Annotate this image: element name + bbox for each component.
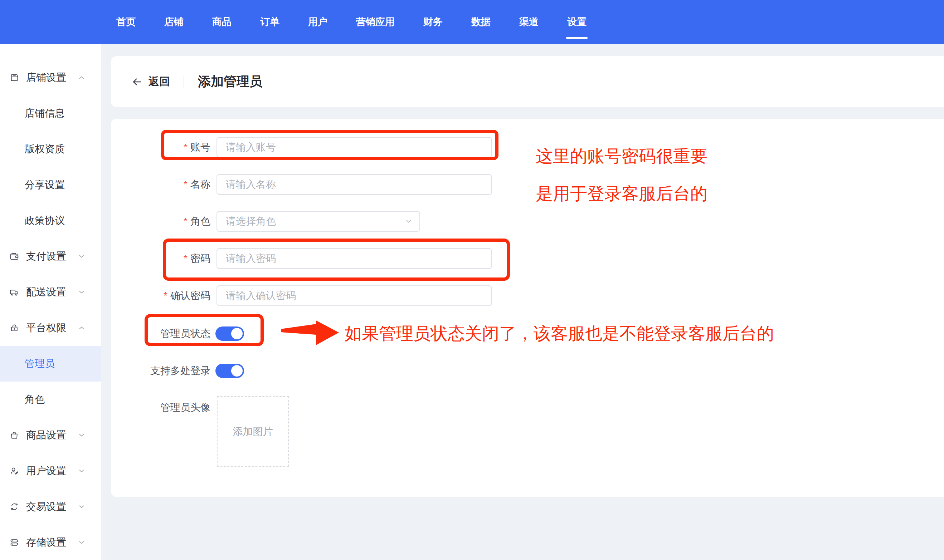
shop-icon <box>9 72 19 83</box>
back-button[interactable]: 返回 <box>131 74 170 89</box>
sidebar-item-shop-info[interactable]: 店铺信息 <box>0 95 101 131</box>
nav-item-settings[interactable]: 设置 <box>567 0 586 44</box>
toggle-knob <box>231 328 243 339</box>
avatar-upload-box[interactable]: 添加图片 <box>217 396 289 467</box>
sidebar-item-delivery-settings[interactable]: 配送设置 <box>0 274 101 310</box>
truck-icon <box>9 287 19 297</box>
sidebar-item-share-settings[interactable]: 分享设置 <box>0 167 101 203</box>
storage-icon <box>9 537 19 548</box>
password-input[interactable] <box>216 248 492 269</box>
nav-item-user[interactable]: 用户 <box>308 0 327 44</box>
bag-icon <box>9 430 19 440</box>
add-admin-form-card: *账号 *名称 *角色 请选择角色 *密码 *确认密码 管理员状态 支持多处登录… <box>111 119 944 497</box>
nav-item-order[interactable]: 订单 <box>260 0 279 44</box>
sidebar-item-role[interactable]: 角色 <box>0 382 101 417</box>
sidebar: 店铺设置 店铺信息 版权资质 分享设置 政策协议 支付设置 配送设置 <box>0 44 101 560</box>
chevron-up-icon <box>77 324 86 332</box>
chevron-down-icon <box>77 502 86 511</box>
sidebar-item-copyright[interactable]: 版权资质 <box>0 131 101 167</box>
confirm-password-input[interactable] <box>216 285 492 306</box>
chevron-down-icon <box>77 431 86 440</box>
nav-item-product[interactable]: 商品 <box>212 0 231 44</box>
nav-item-channel[interactable]: 渠道 <box>519 0 538 44</box>
role-label: *角色 <box>111 211 210 232</box>
chevron-down-icon <box>77 288 86 297</box>
wallet-icon <box>9 251 19 262</box>
user-edit-icon <box>9 466 19 476</box>
admin-status-label: 管理员状态 <box>111 326 210 341</box>
nav-item-data[interactable]: 数据 <box>471 0 491 44</box>
name-label: *名称 <box>111 174 210 195</box>
nav-item-home[interactable]: 首页 <box>116 0 136 44</box>
sidebar-item-policy[interactable]: 政策协议 <box>0 203 101 238</box>
page-header-card: 返回 添加管理员 <box>111 56 944 107</box>
chevron-down-icon <box>404 217 413 226</box>
chevron-down-icon <box>77 538 86 547</box>
avatar-upload-label: 添加图片 <box>233 425 273 438</box>
back-label: 返回 <box>148 74 170 89</box>
multi-login-toggle[interactable] <box>216 364 244 378</box>
required-asterisk: * <box>184 215 188 227</box>
account-label: *账号 <box>111 137 210 158</box>
required-asterisk: * <box>184 179 188 190</box>
required-asterisk: * <box>184 253 188 264</box>
lock-icon <box>9 323 19 333</box>
sidebar-item-admin[interactable]: 管理员 <box>0 346 101 382</box>
nav-item-finance[interactable]: 财务 <box>423 0 443 44</box>
name-input[interactable] <box>216 174 492 195</box>
nav-item-store[interactable]: 店铺 <box>164 0 184 44</box>
sidebar-item-platform-permissions[interactable]: 平台权限 <box>0 310 101 346</box>
required-asterisk: * <box>184 142 188 153</box>
required-asterisk: * <box>164 290 168 301</box>
page-title: 添加管理员 <box>198 73 262 91</box>
toggle-knob <box>231 365 243 377</box>
header-divider <box>184 76 184 88</box>
multi-login-label: 支持多处登录 <box>111 364 210 378</box>
sidebar-item-shop-settings[interactable]: 店铺设置 <box>0 60 101 95</box>
sidebar-item-product-settings[interactable]: 商品设置 <box>0 417 101 453</box>
chevron-down-icon <box>77 467 86 475</box>
account-input[interactable] <box>216 137 492 158</box>
top-nav: 首页 店铺 商品 订单 用户 营销应用 财务 数据 渠道 设置 <box>0 0 944 44</box>
confirm-password-label: *确认密码 <box>111 285 210 306</box>
admin-status-toggle[interactable] <box>216 326 244 341</box>
sync-icon <box>9 502 19 512</box>
role-select[interactable]: 请选择角色 <box>216 211 420 232</box>
sidebar-item-payment-settings[interactable]: 支付设置 <box>0 238 101 274</box>
sidebar-item-user-settings[interactable]: 用户设置 <box>0 453 101 489</box>
chevron-up-icon <box>77 73 86 82</box>
avatar-label: 管理员头像 <box>111 401 210 414</box>
nav-item-marketing[interactable]: 营销应用 <box>356 0 395 44</box>
sidebar-item-transaction-settings[interactable]: 交易设置 <box>0 489 101 525</box>
role-select-placeholder: 请选择角色 <box>226 215 276 228</box>
sidebar-item-storage-settings[interactable]: 存储设置 <box>0 525 101 560</box>
back-arrow-icon <box>131 76 143 88</box>
chevron-down-icon <box>77 252 86 261</box>
password-label: *密码 <box>111 248 210 269</box>
